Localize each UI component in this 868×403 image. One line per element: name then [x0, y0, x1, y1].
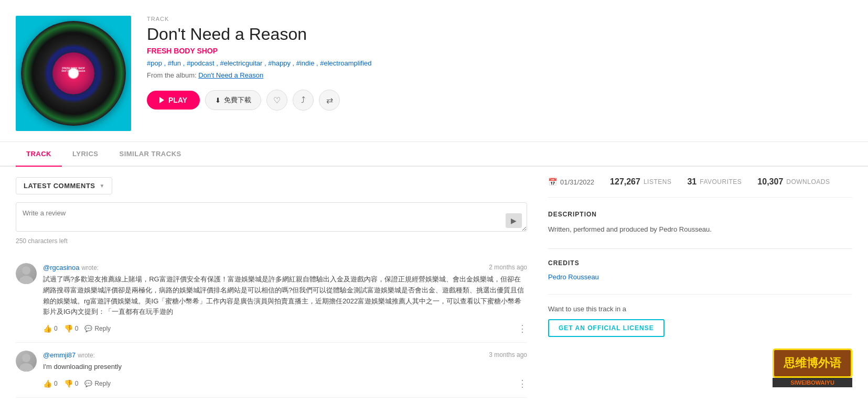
thumbs-up-icon: 👍 [43, 324, 52, 333]
comment-author[interactable]: @rgcasinoa [43, 264, 80, 271]
page-container: FRESH BODY SHOPDon't Need a Reason TRACK… [0, 0, 868, 403]
svg-point-3 [19, 363, 33, 372]
track-album: From the album: Don't Need a Reason [147, 71, 852, 79]
listens-label: LISTENS [644, 178, 672, 186]
listens-count: 127,267 [610, 177, 640, 187]
track-label: TRACK [147, 16, 852, 22]
stat-downloads: 10,307 DOWNLOADS [757, 177, 830, 187]
comment-time: 2 months ago [489, 264, 527, 271]
reply-button[interactable]: 💬 Reply [84, 325, 111, 332]
stat-date-value: 01/31/2022 [560, 178, 594, 186]
play-button[interactable]: PLAY [147, 91, 200, 110]
comment-wrote: wrote: [81, 264, 99, 271]
vinyl-label-text: FRESH BODY SHOPDon't Need a Reason [62, 67, 85, 73]
dislike-button[interactable]: 👎 0 [64, 379, 79, 388]
review-textarea[interactable] [16, 202, 527, 232]
track-tags: #pop , #fun , #podcast , #electricguitar… [147, 59, 852, 67]
vinyl-label: FRESH BODY SHOPDon't Need a Reason [52, 52, 94, 94]
tabs-bar: TRACK LYRICS SIMILAR TRACKS [0, 142, 868, 167]
main-content: LATEST COMMENTS ▼ ▶ 250 characters left [0, 167, 868, 403]
play-icon [159, 97, 164, 103]
avatar-icon [16, 351, 37, 372]
comment-text: I'm downloading presently [43, 362, 527, 373]
track-header: FRESH BODY SHOPDon't Need a Reason TRACK… [0, 0, 868, 142]
heart-icon: ♡ [273, 95, 281, 105]
watermark-overlay: 思维博外语 SIWEIBOWAIYU [773, 348, 852, 387]
credits-name[interactable]: Pedro Rousseau [548, 273, 852, 281]
download-icon: ⬇ [215, 96, 221, 104]
comment-time: 3 months ago [489, 351, 527, 358]
comment-menu-button[interactable]: ⋮ [518, 323, 527, 334]
submit-review-button[interactable]: ▶ [506, 213, 522, 228]
vinyl-record: FRESH BODY SHOPDon't Need a Reason [21, 21, 126, 126]
comment-item: @emmji87 wrote: 3 months ago I'm downloa… [16, 343, 527, 398]
reply-icon: 💬 [84, 380, 92, 387]
thumbs-up-icon: 👍 [43, 379, 52, 388]
avatar [16, 263, 37, 284]
album-link[interactable]: Don't Need a Reason [198, 71, 263, 79]
favourites-label: FAVOURITES [700, 178, 742, 186]
track-artist[interactable]: FRESH BODY SHOP [147, 47, 852, 55]
get-license-button[interactable]: GET AN OFFICIAL LICENSE [548, 319, 665, 337]
comment-actions: 👍 0 👎 0 💬 Reply ⋮ [43, 323, 527, 334]
comment-body: @emmji87 wrote: 3 months ago I'm downloa… [43, 351, 527, 389]
tab-similar-tracks[interactable]: SIMILAR TRACKS [109, 142, 191, 167]
svg-point-0 [22, 266, 30, 275]
tab-track[interactable]: TRACK [16, 142, 62, 167]
favourite-button[interactable]: ♡ [266, 90, 287, 111]
like-button[interactable]: 👍 0 [43, 324, 58, 333]
stat-listens: 127,267 LISTENS [610, 177, 671, 187]
user-silhouette-icon [16, 263, 37, 284]
comment-wrote: wrote: [78, 352, 95, 359]
track-title: Don't Need a Reason [147, 25, 852, 44]
divider [548, 248, 852, 249]
like-button[interactable]: 👍 0 [43, 379, 58, 388]
favourites-count: 31 [687, 177, 696, 187]
album-art: FRESH BODY SHOPDon't Need a Reason [16, 16, 131, 131]
share-button[interactable]: ⤴ [293, 90, 314, 111]
credits-section-title: CREDITS [548, 259, 852, 267]
share-icon: ⤴ [301, 95, 305, 105]
avatar-icon [16, 263, 37, 284]
comment-meta: @emmji87 wrote: 3 months ago [43, 351, 527, 359]
reply-button[interactable]: 💬 Reply [84, 380, 111, 387]
left-section: LATEST COMMENTS ▼ ▶ 250 characters left [16, 177, 527, 398]
reply-icon: 💬 [84, 325, 92, 332]
review-textarea-container: ▶ [16, 202, 527, 233]
track-info: TRACK Don't Need a Reason FRESH BODY SHO… [147, 16, 852, 111]
calendar-icon: 📅 [548, 178, 557, 186]
comment-meta: @rgcasinoa wrote: 2 months ago [43, 263, 527, 271]
svg-point-2 [22, 354, 30, 362]
svg-point-1 [19, 276, 33, 284]
comment-item: @rgcasinoa wrote: 2 months ago 試過了嗎?多歡迎友… [16, 255, 527, 343]
watermark: 思维博外语 [773, 348, 852, 378]
stat-date: 📅 01/31/2022 [548, 178, 594, 186]
description-text: Written, performed and produced by Pedro… [548, 224, 852, 235]
tab-lyrics[interactable]: LYRICS [62, 142, 109, 167]
comment-text: 試過了嗎?多歡迎友推薦線上賭場，RG富遊評價安全有保護！富遊娛樂城是許多網紅親自… [43, 274, 527, 318]
downloads-label: DOWNLOADS [786, 178, 830, 186]
comments-header: LATEST COMMENTS ▼ [16, 177, 527, 194]
chevron-down-icon: ▼ [100, 183, 105, 189]
shuffle-button[interactable]: ⇄ [319, 90, 340, 111]
shuffle-icon: ⇄ [326, 95, 333, 105]
downloads-count: 10,307 [757, 177, 783, 187]
avatar [16, 351, 37, 372]
track-actions: PLAY ⬇ 免費下載 ♡ ⤴ ⇄ [147, 90, 852, 111]
download-button[interactable]: ⬇ 免費下載 [205, 90, 261, 110]
latest-comments-title: LATEST COMMENTS [24, 182, 95, 190]
thumbs-down-icon: 👎 [64, 379, 73, 388]
comment-menu-button[interactable]: ⋮ [518, 378, 527, 389]
dislike-button[interactable]: 👎 0 [64, 324, 79, 333]
thumbs-down-icon: 👎 [64, 324, 73, 333]
license-section: Want to use this track in a GET AN OFFIC… [548, 294, 852, 337]
description-section-title: DESCRIPTION [548, 211, 852, 218]
license-text: Want to use this track in a [548, 305, 852, 313]
watermark-sub: SIWEIBOWAIYU [773, 378, 852, 387]
comments-title-row[interactable]: LATEST COMMENTS ▼ [16, 177, 112, 194]
stat-favourites: 31 FAVOURITES [687, 177, 742, 187]
comment-body: @rgcasinoa wrote: 2 months ago 試過了嗎?多歡迎友… [43, 263, 527, 334]
track-tags-text: #pop , #fun , #podcast , #electricguitar… [147, 59, 372, 67]
comment-author[interactable]: @emmji87 [43, 351, 76, 359]
stats-row: 📅 01/31/2022 127,267 LISTENS 31 FAVOURIT… [548, 177, 852, 198]
